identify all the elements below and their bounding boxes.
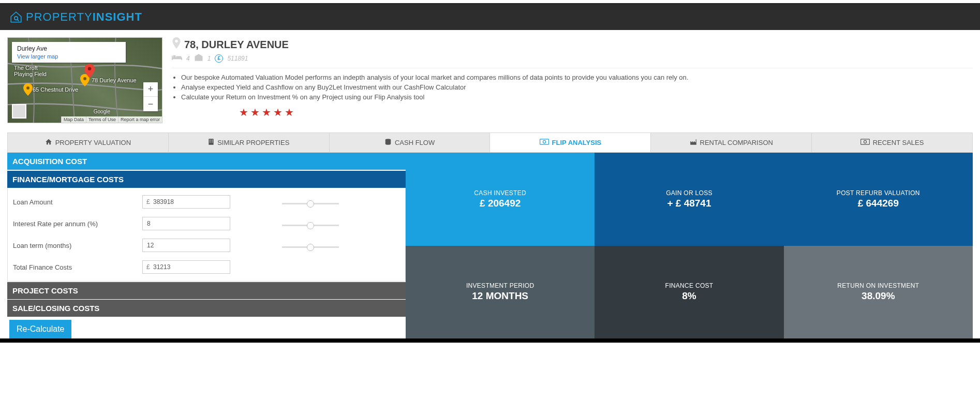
house-search-icon <box>9 10 23 24</box>
analysis-tabs: PROPERTY VALUATION SIMILAR PROPERTIES CA… <box>7 132 973 153</box>
slider-loan-term[interactable] <box>282 246 339 248</box>
svg-rect-14 <box>212 140 213 141</box>
map[interactable]: Durley Ave View larger map The Croft Pla… <box>7 37 162 123</box>
accordion-finance-costs[interactable]: FINANCE/MORTGAGE COSTS <box>7 171 406 188</box>
garage-count: 1 <box>207 55 211 62</box>
svg-point-4 <box>88 67 92 71</box>
input-total-finance[interactable] <box>142 260 230 274</box>
svg-rect-20 <box>860 139 869 144</box>
svg-rect-6 <box>172 56 173 60</box>
map-zoom-controls: + − <box>143 82 158 111</box>
slider-loan-amount[interactable] <box>282 203 339 204</box>
tile-gain-or-loss: GAIN OR LOSS + £ 48741 <box>595 153 783 246</box>
map-info-title: Durley Ave <box>17 45 121 52</box>
map-credit-data[interactable]: Map Data <box>61 116 86 123</box>
tab-property-valuation[interactable]: PROPERTY VALUATION <box>8 133 169 152</box>
accordion-acquisition-cost[interactable]: ACQUISITION COST <box>7 153 406 171</box>
industry-icon <box>690 138 697 147</box>
svg-rect-12 <box>209 139 213 145</box>
accordion-sale-costs[interactable]: SALE/CLOSING COSTS <box>7 299 406 317</box>
bullet-2: Analyse expected Yield and Cashflow on a… <box>181 83 973 91</box>
property-price: 511891 <box>227 55 248 62</box>
svg-rect-18 <box>540 139 548 144</box>
tab-recent-sales[interactable]: RECENT SALES <box>812 133 972 152</box>
tab-cash-flow[interactable]: CASH FLOW <box>330 133 491 152</box>
svg-rect-5 <box>172 57 182 59</box>
svg-point-21 <box>864 140 866 143</box>
map-zoom-out[interactable]: − <box>143 97 158 111</box>
svg-point-2 <box>26 86 29 90</box>
building-icon <box>208 138 214 147</box>
svg-rect-16 <box>212 141 213 142</box>
star-rating: ★★★★★ <box>239 106 973 119</box>
input-loan-term[interactable] <box>142 239 230 252</box>
svg-line-1 <box>17 19 19 21</box>
label-loan-term: Loan term (months) <box>13 242 142 249</box>
map-label-durley: 78 Durley Avenue <box>92 77 137 83</box>
svg-point-19 <box>543 140 545 143</box>
tile-investment-period: INVESTMENT PERIOD 12 MONTHS <box>406 246 595 339</box>
map-credit-report[interactable]: Report a map error <box>118 116 162 123</box>
property-meta: 4 1 £ 511891 <box>172 54 973 68</box>
tile-finance-cost: FINANCE COST 8% <box>595 246 783 339</box>
finance-form-body: Loan Amount £ Interest Rate per annum (%… <box>7 188 406 282</box>
location-pin-icon <box>172 37 181 52</box>
tab-rental-comparison[interactable]: RENTAL COMPARISON <box>651 133 812 152</box>
bullet-3: Calculate your Return on Investment % on… <box>181 93 973 101</box>
tile-cash-invested: CASH INVESTED £ 206492 <box>406 153 595 246</box>
svg-rect-11 <box>196 59 201 60</box>
results-grid: CASH INVESTED £ 206492 GAIN OR LOSS + £ … <box>406 153 973 338</box>
map-info-box: Durley Ave View larger map <box>12 42 126 63</box>
row-loan-amount: Loan Amount £ <box>8 191 405 213</box>
bed-icon <box>172 54 182 63</box>
input-loan-amount[interactable] <box>142 195 230 209</box>
bullet-1: Our bespoke Automated Valuation Model pe… <box>181 73 973 81</box>
map-credits: Map Data Terms of Use Report a map error <box>61 116 162 123</box>
label-interest-rate: Interest Rate per annum (%) <box>13 220 142 228</box>
svg-rect-15 <box>210 141 211 142</box>
google-logo: Google <box>94 106 110 115</box>
tab-flip-analysis[interactable]: FLIP ANALYSIS <box>490 133 651 152</box>
tile-post-refurb-valuation: POST REFURB VALUATION £ 644269 <box>784 153 973 246</box>
bottom-border <box>0 338 980 343</box>
finance-form-column: ACQUISITION COST FINANCE/MORTGAGE COSTS … <box>7 153 406 338</box>
map-zoom-in[interactable]: + <box>143 82 158 97</box>
bed-count: 4 <box>186 55 190 62</box>
money-icon <box>540 139 549 146</box>
svg-rect-13 <box>210 140 211 141</box>
map-credit-terms[interactable]: Terms of Use <box>86 116 118 123</box>
map-type-thumb[interactable] <box>12 104 26 119</box>
label-loan-amount: Loan Amount <box>13 198 142 206</box>
tile-return-on-investment: RETURN ON INVESTMENT 38.09% <box>784 246 973 339</box>
logo-text: PROPERTYINSIGHT <box>26 10 142 24</box>
money-icon-2 <box>860 139 870 146</box>
map-label-croft: The Croft Playing Field <box>14 65 47 77</box>
database-icon <box>384 138 392 147</box>
recalculate-button[interactable]: Re-Calculate <box>9 320 71 338</box>
logo[interactable]: PROPERTYINSIGHT <box>9 10 971 24</box>
svg-rect-9 <box>176 56 181 58</box>
home-icon <box>45 138 52 147</box>
svg-rect-7 <box>181 57 182 60</box>
garage-icon <box>194 54 203 63</box>
label-total-finance: Total Finance Costs <box>13 263 142 271</box>
row-interest-rate: Interest Rate per annum (%) <box>8 213 405 234</box>
view-larger-map-link[interactable]: View larger map <box>17 53 121 60</box>
top-border <box>0 0 980 4</box>
slider-interest-rate[interactable] <box>282 225 339 226</box>
svg-rect-10 <box>196 58 201 58</box>
property-title: 78, DURLEY AVENUE <box>184 39 289 51</box>
map-pin-durley-red <box>84 64 95 78</box>
map-pin-chestnut <box>23 83 33 96</box>
row-loan-term: Loan term (months) <box>8 234 405 256</box>
property-details: 78, DURLEY AVENUE 4 1 £ 511891 Our bespo… <box>172 37 973 123</box>
pound-badge-icon: £ <box>215 54 223 63</box>
tab-similar-properties[interactable]: SIMILAR PROPERTIES <box>169 133 330 152</box>
accordion-project-costs[interactable]: PROJECT COSTS <box>7 282 406 299</box>
row-total-finance: Total Finance Costs £ <box>8 256 405 278</box>
header: PROPERTYINSIGHT <box>0 4 980 30</box>
map-label-chestnut: 65 Chestnut Drive <box>33 86 78 93</box>
svg-rect-8 <box>173 55 176 57</box>
feature-bullets: Our bespoke Automated Valuation Model pe… <box>172 73 973 101</box>
input-interest-rate[interactable] <box>142 217 230 230</box>
